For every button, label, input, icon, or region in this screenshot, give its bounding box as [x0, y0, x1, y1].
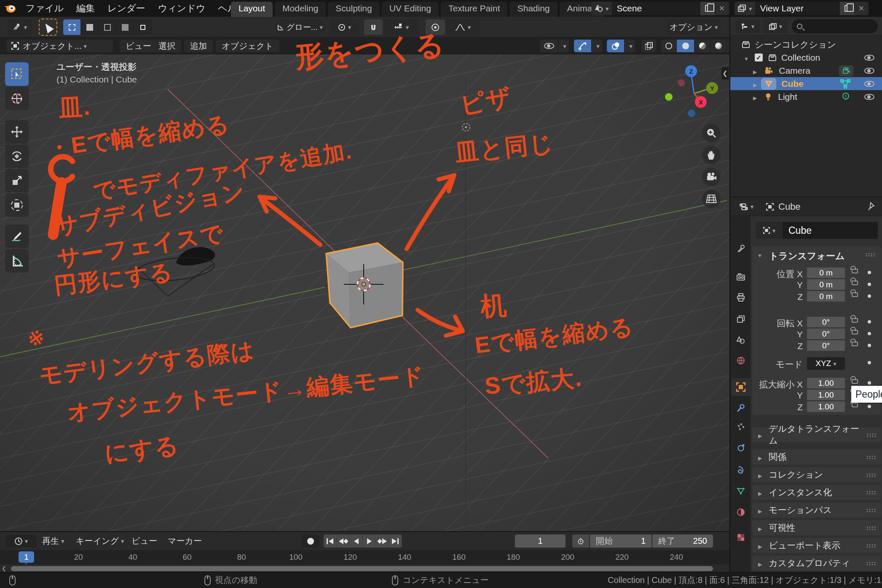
menu-file[interactable]: ファイル [19, 2, 70, 15]
current-frame-field[interactable]: 1 [515, 535, 566, 548]
animate-dot[interactable] [868, 283, 871, 286]
pivot-point-dropdown[interactable] [330, 19, 359, 35]
select-box-tool-button[interactable] [39, 19, 57, 36]
tab-tool[interactable] [731, 240, 751, 257]
use-preview-range-button[interactable] [572, 535, 589, 548]
panel-collections[interactable]: コレクション [752, 467, 881, 482]
tab-texture-paint[interactable]: Texture Paint [441, 2, 508, 17]
lock-icon[interactable] [852, 318, 858, 323]
lock-icon[interactable] [852, 330, 858, 334]
animate-dot[interactable] [868, 320, 871, 323]
expand-icon[interactable] [753, 66, 757, 76]
tool-measure[interactable] [5, 249, 29, 273]
animate-dot[interactable] [868, 271, 871, 274]
proportional-falloff-dropdown[interactable] [446, 19, 480, 35]
overlays-toggle[interactable] [607, 40, 635, 52]
scale-x-field[interactable]: 1.00 [807, 378, 845, 388]
scene-browse-button[interactable] [591, 2, 612, 15]
tool-rotate[interactable] [5, 144, 29, 168]
menu-window[interactable]: ウィンドウ [152, 2, 212, 15]
panel-visibility[interactable]: 可視性 [752, 520, 881, 535]
panel-delta-transform[interactable]: デルタトランスフォーム [752, 427, 881, 442]
tab-physics[interactable] [731, 439, 751, 457]
next-keyframe-button[interactable] [376, 535, 389, 548]
zoom-button[interactable] [702, 124, 721, 142]
tab-shading[interactable]: Shading [509, 2, 557, 17]
visibility-dropdown[interactable] [540, 40, 569, 52]
tab-uv-editing[interactable]: UV Editing [382, 2, 439, 17]
object-name-field[interactable]: Cube [783, 222, 878, 239]
rotation-z-field[interactable]: 0° [807, 340, 845, 351]
view-layer-name[interactable]: View Layer [755, 2, 840, 15]
rotation-y-field[interactable]: 0° [807, 329, 845, 339]
scene-unlink-button[interactable] [715, 2, 729, 15]
menu-add[interactable]: 追加 [184, 40, 213, 52]
panel-viewport-display[interactable]: ビューポート表示 [752, 538, 881, 553]
shading-solid-button[interactable] [677, 40, 694, 52]
scale-y-field[interactable]: 1.00 [807, 390, 845, 400]
timeline-menu-playback[interactable]: 再生 [42, 535, 64, 548]
play-reverse-button[interactable] [350, 535, 363, 548]
timeline-menu-keying[interactable]: キーイング [76, 535, 124, 548]
timeline-ruler[interactable]: 1 20 40 60 80 100 120 140 160 180 200 22… [0, 550, 729, 564]
expand-icon[interactable] [753, 92, 757, 102]
lock-icon[interactable] [852, 379, 858, 384]
animate-dot[interactable] [868, 361, 871, 364]
scene-copy-button[interactable] [700, 2, 715, 15]
panel-custom-properties[interactable]: カスタムプロパティ [752, 556, 881, 571]
tab-material[interactable] [731, 503, 751, 521]
scale-z-field[interactable]: 1.00 [807, 401, 845, 412]
lock-icon[interactable] [852, 403, 858, 407]
location-x-field[interactable]: 0 m [807, 267, 845, 278]
tool-select-box[interactable] [5, 62, 29, 86]
xray-toggle[interactable] [641, 40, 657, 52]
current-frame-indicator[interactable]: 1 [19, 551, 34, 563]
outliner-camera[interactable]: Camera [730, 64, 882, 77]
shading-material-button[interactable] [694, 40, 710, 52]
jump-to-start-button[interactable] [324, 535, 337, 548]
tool-scale[interactable] [5, 169, 29, 192]
panel-drag-handle[interactable] [865, 253, 876, 257]
outliner-search-input[interactable] [792, 19, 878, 33]
menu-object[interactable]: オブジェクト [216, 40, 279, 52]
mode-dropdown[interactable]: オブジェクト... [7, 40, 113, 52]
tab-texture[interactable] [731, 529, 751, 546]
scene-name[interactable]: Scene [612, 2, 700, 15]
play-button[interactable] [363, 535, 376, 548]
timeline-menu-view[interactable]: ビュー [131, 535, 157, 548]
tool-transform[interactable] [5, 193, 29, 217]
panel-motion-paths[interactable]: モーションパス [752, 502, 881, 518]
menu-select[interactable]: 選択 [153, 40, 181, 52]
tab-object-data[interactable] [731, 482, 751, 500]
rotation-x-field[interactable]: 0° [807, 317, 845, 327]
select-mode-new-button[interactable] [63, 19, 81, 35]
lock-icon[interactable] [852, 292, 858, 297]
record-button[interactable] [302, 535, 319, 548]
select-mode-extend-button[interactable] [81, 19, 99, 35]
outliner-display-dropdown[interactable] [763, 19, 788, 33]
pin-icon[interactable] [868, 202, 876, 211]
tab-sculpting[interactable]: Sculpting [328, 2, 379, 17]
tab-particles[interactable] [731, 418, 751, 436]
outliner-light[interactable]: Light [730, 90, 882, 103]
panel-instancing[interactable]: インスタンス化 [752, 485, 881, 500]
gizmos-toggle[interactable] [574, 40, 603, 52]
transform-panel-title[interactable]: トランスフォーム [769, 250, 845, 262]
pan-button[interactable] [702, 146, 721, 164]
outliner-filter-dropdown[interactable] [735, 19, 760, 33]
select-mode-subtract-button[interactable] [99, 19, 116, 35]
select-mode-intersect-button[interactable] [134, 19, 152, 35]
hide-eye-icon[interactable] [864, 68, 874, 74]
transform-orientation-dropdown[interactable]: グロー... [275, 19, 324, 35]
active-tool-dropdown[interactable] [7, 19, 32, 35]
transform-collapse-arrow[interactable] [757, 251, 762, 259]
outliner-collection[interactable]: Collection [730, 51, 882, 64]
lock-icon[interactable] [852, 269, 858, 273]
tab-modeling[interactable]: Modeling [275, 2, 326, 17]
animate-dot[interactable] [868, 344, 871, 347]
camera-data-badge[interactable] [839, 65, 853, 76]
location-y-field[interactable]: 0 m [807, 279, 845, 290]
view-layer-browse-button[interactable] [735, 2, 755, 15]
blender-logo-icon[interactable] [0, 3, 19, 14]
jump-to-end-button[interactable] [389, 535, 402, 548]
